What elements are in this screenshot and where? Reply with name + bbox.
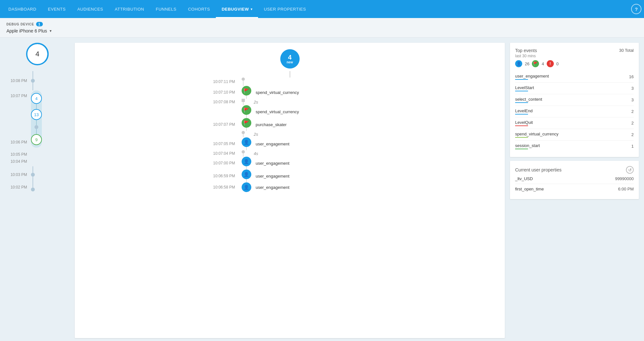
ct-label-ue4: user_engagement [251, 185, 290, 190]
ct-time-ue4: 10:06:58 PM [197, 185, 242, 189]
debug-device-badge: 1 [36, 22, 43, 26]
event-count: 16 [629, 74, 634, 79]
ct-time-purchase: 10:07:07 PM [197, 122, 242, 127]
user-properties-card: Current user properties ↺ _ltv_USD 99990… [510, 161, 639, 199]
event-list-item[interactable]: LevelQuit 2 [515, 117, 634, 129]
nav-item-dashboard[interactable]: DASHBOARD [3, 0, 42, 18]
center-top-bubble: 4 new [280, 49, 300, 69]
event-name: session_start [515, 143, 540, 149]
nav-label-user-properties: USER PROPERTIES [264, 7, 306, 12]
device-name: Apple iPhone 6 Plus [6, 28, 47, 33]
center-timeline: 4 new 10:07:11 PM 10:07:10 PM 🚩 [75, 43, 505, 198]
center-panel: 4 new 10:07:11 PM 10:07:10 PM 🚩 [75, 43, 505, 338]
blue-events-count-icon: 👤 [515, 60, 522, 67]
timeline-node-1004: 9 [31, 134, 42, 145]
ct-icon-green-flag-1: 🚩 [242, 86, 251, 96]
event-name: select_content [515, 97, 542, 103]
nav-label-audiences: AUDIENCES [77, 7, 103, 12]
device-selector[interactable]: Apple iPhone 6 Plus ▾ [6, 28, 638, 33]
top-events-subtitle: last 30 mins [515, 54, 537, 58]
debug-device-label-row: DEBUG DEVICE 1 [6, 22, 638, 26]
user-props-list: _ltv_USD 99990000 first_open_time 6:00 P… [515, 174, 634, 194]
timeline-top-circle: 4 [26, 43, 49, 65]
event-count: 2 [631, 121, 634, 125]
timeline-time-1008: 10:08 PM [5, 78, 31, 83]
right-panel: Top events last 30 mins 30 Total 👤 26 🚩 … [510, 43, 639, 338]
ct-icon-gray-2 [242, 99, 245, 102]
ct-icon-blue-person-2: 👤 [242, 157, 251, 166]
ct-label-2s-2: 2s [249, 132, 258, 137]
timeline-time-1002: 10:02 PM [5, 185, 31, 189]
event-list-item[interactable]: session_start 1 [515, 141, 634, 152]
event-list-item[interactable]: select_content 3 [515, 94, 634, 106]
event-list-item[interactable]: spend_virtual_currency 2 [515, 129, 634, 141]
timeline-time-1003: 10:03 PM [5, 172, 31, 177]
user-prop-value: 99990000 [615, 176, 634, 181]
timeline-time-1004: 10:04 PM [5, 159, 31, 164]
error-icon: ! [550, 61, 551, 66]
event-list-item[interactable]: user_engagement 16 [515, 71, 634, 83]
ct-label-ue2: user_engagement [251, 161, 290, 166]
help-button[interactable]: ? [631, 4, 641, 14]
timeline-node-1003 [31, 166, 35, 183]
ct-label-4s: 4s [249, 151, 258, 156]
blue-events-count: 26 [525, 61, 529, 66]
timeline-time-1007: 10:07 PM [5, 90, 31, 98]
ct-icon-green-flag-3: 🚩 [242, 118, 251, 128]
nav-item-audiences[interactable]: AUDIENCES [72, 0, 109, 18]
help-icon: ? [635, 6, 638, 12]
top-events-title: Top events [515, 48, 537, 53]
ct-label-ue3: user_engagement [251, 174, 290, 179]
center-bubble-number: 4 [288, 54, 292, 60]
top-events-card: Top events last 30 mins 30 Total 👤 26 🚩 … [510, 43, 639, 157]
user-prop-name: _ltv_USD [515, 176, 533, 181]
ct-label-2s-1: 2s [249, 100, 258, 105]
ct-icon-blue-person-1: 👤 [242, 137, 251, 147]
person-icon: 👤 [516, 61, 521, 66]
ct-icon-gray-3 [242, 131, 245, 134]
nav-label-funnels: FUNNELS [156, 7, 176, 12]
nav-label-dashboard: DASHBOARD [8, 7, 36, 12]
nav-item-attribution[interactable]: ATTRIBUTION [109, 0, 150, 18]
event-count: 2 [631, 132, 634, 137]
red-events-count-icon: ! [547, 60, 554, 67]
event-count: 3 [631, 97, 634, 102]
ct-label-ue1: user_engagement [251, 142, 290, 146]
nav-label-events: EVENTS [48, 7, 66, 12]
nav-item-events[interactable]: EVENTS [42, 0, 72, 18]
debug-device-text: DEBUG DEVICE [6, 23, 34, 26]
top-events-icons-row: 👤 26 🚩 4 ! 0 [515, 60, 634, 67]
nav-item-funnels[interactable]: FUNNELS [150, 0, 182, 18]
event-count: 1 [631, 144, 634, 149]
user-props-header: Current user properties ↺ [515, 166, 634, 174]
ct-label-purchase: purchase_skater [251, 122, 287, 127]
timeline-time-1005: 10:05 PM [5, 152, 31, 157]
event-name: LevelQuit [515, 120, 533, 126]
ct-icon-gray-4 [242, 150, 245, 153]
ct-time-gap1: 10:07:08 PM [197, 100, 242, 104]
nav-item-debugview[interactable]: DEBUGVIEW ▾ [216, 0, 258, 18]
user-prop-value: 6:00 PM [618, 187, 634, 191]
ct-time-spend1: 10:07:10 PM [197, 90, 242, 95]
event-list-item[interactable]: LevelEnd 2 [515, 106, 634, 117]
green-events-count-icon: 🚩 [532, 60, 539, 67]
nav-item-cohorts[interactable]: COHORTS [182, 0, 216, 18]
event-list-item[interactable]: LevelStart 3 [515, 83, 634, 94]
main-content: 4 10:08 PM 10:07 PM 4 [0, 38, 644, 341]
nav-label-cohorts: COHORTS [188, 7, 210, 12]
ct-time-ue2: 10:07:00 PM [197, 161, 242, 165]
flag-icon: 🚩 [533, 61, 538, 66]
top-events-total: 30 Total [619, 48, 634, 53]
red-events-count: 0 [556, 61, 559, 66]
timeline-node-1006: 13 [31, 109, 42, 120]
timeline-count-1006: 13 [34, 112, 39, 117]
nav-item-user-properties[interactable]: USER PROPERTIES [258, 0, 312, 18]
event-name: spend_virtual_currency [515, 132, 558, 138]
event-name: LevelStart [515, 85, 534, 91]
nav-bar: DASHBOARD EVENTS AUDIENCES ATTRIBUTION F… [0, 0, 644, 18]
user-props-title: Current user properties [515, 167, 562, 172]
green-events-count: 4 [542, 61, 544, 66]
history-icon[interactable]: ↺ [626, 166, 634, 174]
ct-label-spend1: spend_virtual_currency [251, 90, 299, 95]
timeline-count-1004: 9 [35, 137, 37, 142]
